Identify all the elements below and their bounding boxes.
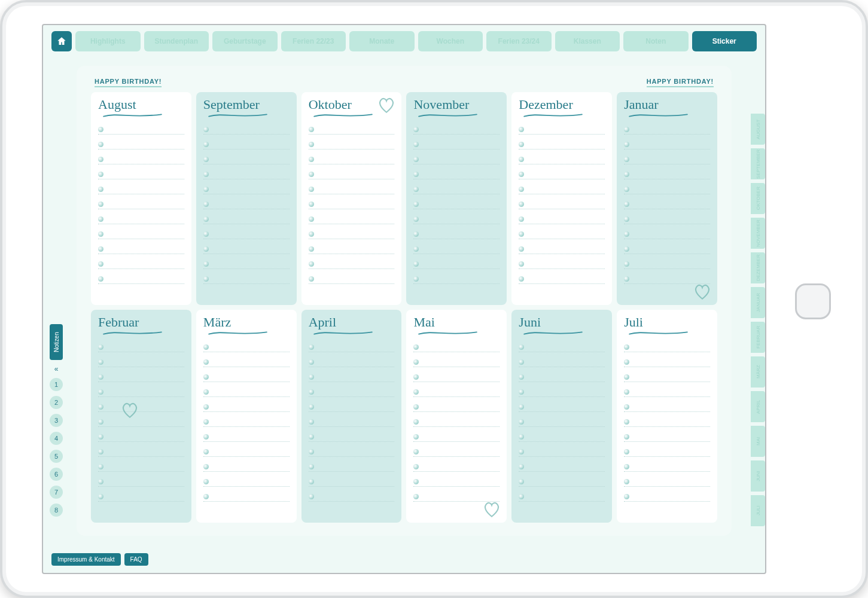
entry-line[interactable] bbox=[413, 447, 500, 457]
entry-line[interactable] bbox=[203, 139, 290, 150]
entry-line[interactable] bbox=[309, 447, 395, 457]
entry-line[interactable] bbox=[413, 184, 500, 194]
entry-line[interactable] bbox=[624, 417, 710, 427]
entry-line[interactable] bbox=[203, 214, 290, 224]
entry-line[interactable] bbox=[309, 184, 395, 194]
entry-line[interactable] bbox=[309, 214, 395, 224]
entry-line[interactable] bbox=[519, 274, 605, 284]
entry-line[interactable] bbox=[624, 169, 710, 179]
notes-page-5[interactable]: 5 bbox=[50, 450, 63, 463]
month-tab-august[interactable]: AUGUST bbox=[751, 114, 765, 145]
entry-line[interactable] bbox=[309, 229, 395, 239]
entry-line[interactable] bbox=[203, 342, 290, 352]
entry-line[interactable] bbox=[413, 199, 500, 209]
entry-line[interactable] bbox=[309, 417, 395, 427]
entry-line[interactable] bbox=[309, 244, 395, 254]
tab-monate[interactable]: Monate bbox=[349, 31, 415, 51]
entry-line[interactable] bbox=[309, 387, 395, 397]
tab-ferien-23-24[interactable]: Ferien 23/24 bbox=[486, 31, 552, 51]
entry-line[interactable] bbox=[519, 139, 605, 150]
entry-line[interactable] bbox=[203, 199, 290, 209]
entry-line[interactable] bbox=[413, 477, 500, 487]
entry-line[interactable] bbox=[98, 229, 184, 239]
tab-noten[interactable]: Noten bbox=[623, 31, 689, 51]
entry-line[interactable] bbox=[413, 139, 500, 150]
notes-page-7[interactable]: 7 bbox=[50, 486, 63, 499]
entry-line[interactable] bbox=[624, 447, 710, 457]
entry-line[interactable] bbox=[98, 124, 184, 135]
entry-line[interactable] bbox=[413, 124, 500, 135]
entry-line[interactable] bbox=[203, 124, 290, 135]
tab-geburtstage[interactable]: Geburtstage bbox=[212, 31, 278, 51]
entry-line[interactable] bbox=[203, 154, 290, 164]
entry-line[interactable] bbox=[624, 229, 710, 239]
month-tab-november[interactable]: NOVEMBER bbox=[751, 218, 765, 249]
entry-line[interactable] bbox=[98, 244, 184, 254]
tab-wochen[interactable]: Wochen bbox=[418, 31, 483, 51]
entry-line[interactable] bbox=[203, 477, 290, 487]
entry-line[interactable] bbox=[203, 229, 290, 239]
month-card-september[interactable]: September bbox=[196, 92, 297, 305]
entry-line[interactable] bbox=[624, 184, 710, 194]
tablet-home-button[interactable] bbox=[795, 283, 831, 319]
notes-page-1[interactable]: 1 bbox=[50, 378, 63, 391]
entry-line[interactable] bbox=[413, 169, 500, 179]
month-tab-mai[interactable]: MAI bbox=[751, 426, 765, 457]
entry-line[interactable] bbox=[519, 259, 605, 269]
entry-line[interactable] bbox=[624, 139, 710, 150]
entry-line[interactable] bbox=[98, 432, 184, 442]
entry-line[interactable] bbox=[624, 259, 710, 269]
entry-line[interactable] bbox=[309, 432, 395, 442]
entry-line[interactable] bbox=[519, 402, 605, 412]
entry-line[interactable] bbox=[519, 154, 605, 164]
entry-line[interactable] bbox=[519, 342, 605, 352]
entry-line[interactable] bbox=[413, 342, 500, 352]
entry-line[interactable] bbox=[203, 169, 290, 179]
entry-line[interactable] bbox=[203, 372, 290, 382]
notes-page-6[interactable]: 6 bbox=[50, 468, 63, 481]
entry-line[interactable] bbox=[413, 417, 500, 427]
entry-line[interactable] bbox=[624, 199, 710, 209]
entry-line[interactable] bbox=[98, 477, 184, 487]
tab-sticker[interactable]: Sticker bbox=[692, 31, 757, 51]
entry-line[interactable] bbox=[203, 462, 290, 472]
month-tab-juni[interactable]: JUNI bbox=[751, 460, 765, 492]
entry-line[interactable] bbox=[98, 139, 184, 150]
entry-line[interactable] bbox=[98, 492, 184, 502]
entry-line[interactable] bbox=[309, 462, 395, 472]
entry-line[interactable] bbox=[413, 387, 500, 397]
month-card-august[interactable]: August bbox=[91, 92, 191, 305]
entry-line[interactable] bbox=[98, 169, 184, 179]
tab-klassen[interactable]: Klassen bbox=[555, 31, 620, 51]
entry-line[interactable] bbox=[519, 447, 605, 457]
entry-line[interactable] bbox=[309, 492, 395, 502]
entry-line[interactable] bbox=[203, 492, 290, 502]
month-card-mai[interactable]: Mai bbox=[406, 310, 507, 523]
home-button[interactable] bbox=[51, 31, 72, 51]
entry-line[interactable] bbox=[519, 492, 605, 502]
entry-line[interactable] bbox=[413, 259, 500, 269]
entry-line[interactable] bbox=[98, 342, 184, 352]
entry-line[interactable] bbox=[519, 214, 605, 224]
entry-line[interactable] bbox=[309, 342, 395, 352]
entry-line[interactable] bbox=[519, 387, 605, 397]
entry-line[interactable] bbox=[519, 417, 605, 427]
entry-line[interactable] bbox=[624, 244, 710, 254]
entry-line[interactable] bbox=[98, 199, 184, 209]
month-card-november[interactable]: November bbox=[406, 92, 507, 305]
month-tab-dezember[interactable]: DEZEMBER bbox=[751, 252, 765, 283]
month-card-oktober[interactable]: Oktober bbox=[301, 92, 402, 305]
entry-line[interactable] bbox=[309, 169, 395, 179]
entry-line[interactable] bbox=[624, 154, 710, 164]
notes-expand[interactable]: « bbox=[54, 365, 59, 373]
faq-button[interactable]: FAQ bbox=[124, 553, 148, 566]
entry-line[interactable] bbox=[203, 432, 290, 442]
entry-line[interactable] bbox=[624, 402, 710, 412]
entry-line[interactable] bbox=[203, 387, 290, 397]
month-tab-september[interactable]: SEPTEMBER bbox=[751, 148, 765, 179]
entry-line[interactable] bbox=[413, 432, 500, 442]
entry-line[interactable] bbox=[309, 199, 395, 209]
month-tab-april[interactable]: APRIL bbox=[751, 391, 765, 422]
entry-line[interactable] bbox=[98, 402, 184, 412]
entry-line[interactable] bbox=[309, 477, 395, 487]
